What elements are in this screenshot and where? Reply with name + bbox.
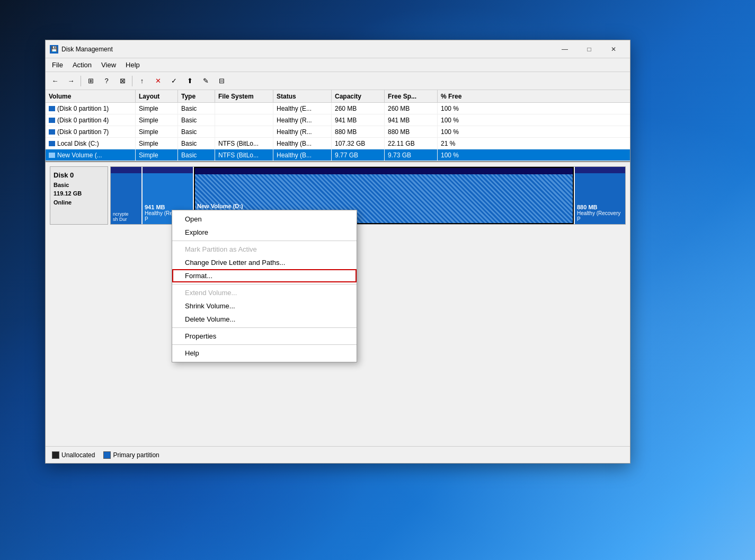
td-fs-0 (215, 103, 273, 114)
maximize-button[interactable]: □ (577, 40, 601, 58)
toolbar-forward[interactable]: → (64, 74, 78, 88)
ctx-format[interactable]: Format... (172, 269, 357, 282)
col-header-pctfree: % Free (438, 90, 480, 102)
partition-0[interactable]: ncryptesh Dur (111, 167, 141, 224)
toolbar-btn-9[interactable]: ⬆ (182, 74, 197, 88)
table-row[interactable]: (Disk 0 partition 1) Simple Basic Health… (46, 103, 630, 114)
td-layout-3: Simple (136, 138, 178, 149)
volume-icon-3 (49, 141, 55, 146)
td-capacity-0: 260 MB (332, 103, 385, 114)
ctx-sep-3 (172, 327, 357, 328)
td-type-4: Basic (178, 149, 215, 161)
disk-size: 119.12 GB (54, 189, 104, 198)
disk-type: Basic (54, 181, 104, 190)
td-fs-4: NTFS (BitLo... (215, 149, 273, 161)
toolbar-btn-7[interactable]: ✕ (150, 74, 165, 88)
volume-icon-4 (49, 153, 55, 158)
menubar: File Action View Help (46, 58, 630, 72)
ctx-help[interactable]: Help (172, 346, 357, 360)
td-volume-0: (Disk 0 partition 1) (46, 103, 136, 114)
td-volume-4: New Volume (... (46, 149, 136, 161)
toolbar-btn-3[interactable]: ⊞ (83, 74, 98, 88)
toolbar-btn-6[interactable]: ↑ (135, 74, 149, 88)
td-fs-3: NTFS (BitLo... (215, 138, 273, 149)
legend-label-primary: Primary partition (113, 451, 159, 459)
td-freesp-3: 22.11 GB (385, 138, 438, 149)
table-row[interactable]: New Volume (... Simple Basic NTFS (BitLo… (46, 149, 630, 161)
td-status-2: Healthy (R... (273, 126, 332, 137)
td-capacity-3: 107.32 GB (332, 138, 385, 149)
td-freesp-0: 260 MB (385, 103, 438, 114)
toolbar-sep-2 (132, 76, 132, 86)
td-capacity-4: 9.77 GB (332, 149, 385, 161)
td-layout-2: Simple (136, 126, 178, 137)
ctx-change-drive[interactable]: Change Drive Letter and Paths... (172, 256, 357, 269)
td-fs-1 (215, 114, 273, 126)
ctx-open[interactable]: Open (172, 212, 357, 226)
disk-info: Disk 0 Basic 119.12 GB Online (50, 166, 108, 225)
legend-unallocated: Unallocated (52, 451, 95, 459)
legend: Unallocated Primary partition (46, 446, 630, 463)
td-pctfree-0: 100 % (438, 103, 480, 114)
td-pctfree-4: 100 % (438, 149, 480, 161)
menu-view[interactable]: View (97, 60, 120, 70)
td-pctfree-2: 100 % (438, 126, 480, 137)
td-pctfree-1: 100 % (438, 114, 480, 126)
col-header-status: Status (273, 90, 332, 102)
table-row[interactable]: (Disk 0 partition 4) Simple Basic Health… (46, 114, 630, 126)
menu-help[interactable]: Help (121, 60, 144, 70)
table-header: Volume Layout Type File System Status Ca… (46, 90, 630, 103)
menu-action[interactable]: Action (68, 60, 96, 70)
td-layout-1: Simple (136, 114, 178, 126)
col-header-type: Type (178, 90, 215, 102)
table-row[interactable]: Local Disk (C:) Simple Basic NTFS (BitLo… (46, 138, 630, 149)
td-pctfree-3: 21 % (438, 138, 480, 149)
col-header-volume: Volume (46, 90, 136, 102)
toolbar-btn-8[interactable]: ✓ (166, 74, 181, 88)
legend-box-unallocated (52, 451, 59, 459)
titlebar-controls: — □ ✕ (553, 40, 626, 58)
toolbar-btn-4[interactable]: ? (99, 74, 114, 88)
toolbar-back[interactable]: ← (48, 74, 63, 88)
disk-name: Disk 0 (54, 170, 104, 181)
td-type-1: Basic (178, 114, 215, 126)
td-fs-2 (215, 126, 273, 137)
menu-file[interactable]: File (48, 60, 67, 70)
toolbar-btn-11[interactable]: ⊟ (214, 74, 229, 88)
legend-primary: Primary partition (103, 451, 159, 459)
close-button[interactable]: ✕ (601, 40, 626, 58)
td-capacity-2: 880 MB (332, 126, 385, 137)
volume-icon-1 (49, 118, 55, 123)
td-volume-2: (Disk 0 partition 7) (46, 126, 136, 137)
partition-top-bar-0 (111, 167, 141, 173)
volume-icon-0 (49, 106, 55, 111)
td-freesp-4: 9.73 GB (385, 149, 438, 161)
ctx-delete[interactable]: Delete Volume... (172, 313, 357, 326)
disk-status: Online (54, 198, 104, 207)
toolbar: ← → ⊞ ? ⊠ ↑ ✕ ✓ ⬆ ✎ ⊟ (46, 72, 630, 90)
td-status-3: Healthy (B... (273, 138, 332, 149)
partition-3[interactable]: 880 MB Healthy (Recovery P (575, 167, 625, 224)
col-header-capacity: Capacity (332, 90, 385, 102)
ctx-extend: Extend Volume... (172, 286, 357, 299)
context-menu: Open Explore Mark Partition as Active Ch… (172, 210, 357, 362)
window-title: Disk Management (61, 46, 553, 53)
td-freesp-1: 941 MB (385, 114, 438, 126)
ctx-sep-1 (172, 241, 357, 241)
td-layout-0: Simple (136, 103, 178, 114)
td-freesp-2: 880 MB (385, 126, 438, 137)
titlebar: 💾 Disk Management — □ ✕ (46, 40, 630, 58)
window-icon: 💾 (50, 45, 58, 54)
toolbar-btn-10[interactable]: ✎ (198, 74, 213, 88)
td-status-0: Healthy (E... (273, 103, 332, 114)
col-header-layout: Layout (136, 90, 178, 102)
disk-management-window: 💾 Disk Management — □ ✕ File Action View… (45, 40, 630, 464)
ctx-properties[interactable]: Properties (172, 330, 357, 343)
toolbar-btn-5[interactable]: ⊠ (115, 74, 130, 88)
minimize-button[interactable]: — (553, 40, 577, 58)
table-row[interactable]: (Disk 0 partition 7) Simple Basic Health… (46, 126, 630, 138)
ctx-shrink[interactable]: Shrink Volume... (172, 299, 357, 313)
ctx-explore[interactable]: Explore (172, 226, 357, 239)
td-volume-3: Local Disk (C:) (46, 138, 136, 149)
td-capacity-1: 941 MB (332, 114, 385, 126)
